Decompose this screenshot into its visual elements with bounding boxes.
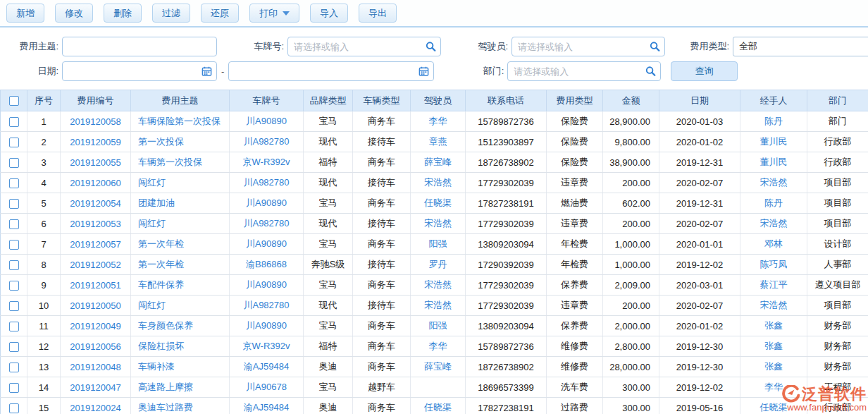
cell-code[interactable]: 2019120059	[61, 132, 131, 152]
cell-subject[interactable]: 车辆保险第一次投保	[131, 111, 230, 132]
cell-handler[interactable]: 宋浩然	[740, 173, 807, 193]
cell-plate[interactable]: 渝B86868	[230, 255, 304, 275]
column-header[interactable]: 经手人	[740, 90, 807, 111]
toolbar-button-print[interactable]: 打印	[249, 4, 299, 23]
cell-plate[interactable]: 川A90890	[230, 275, 304, 296]
cell-driver[interactable]: 任晓渠	[411, 193, 466, 214]
cell-driver[interactable]: 李华	[411, 336, 466, 357]
cell-subject[interactable]: 奥迪车过路费	[131, 398, 230, 414]
row-checkbox[interactable]	[9, 281, 19, 291]
select-all-checkbox[interactable]	[9, 96, 19, 106]
cell-plate[interactable]: 京W-R392v	[230, 336, 304, 357]
cell-driver[interactable]: 宋浩然	[411, 173, 466, 193]
row-checkbox[interactable]	[9, 158, 19, 168]
search-icon[interactable]	[650, 42, 660, 52]
cell-subject[interactable]: 闯红灯	[131, 296, 230, 316]
column-header[interactable]: 金额	[603, 90, 659, 111]
cell-subject[interactable]: 车配件保养	[131, 275, 230, 296]
cell-handler[interactable]: 宋浩然	[740, 296, 807, 316]
cell-driver[interactable]: 宋浩然	[411, 214, 466, 234]
row-checkbox[interactable]	[9, 199, 19, 209]
cell-subject[interactable]: 高速路上摩擦	[131, 377, 230, 398]
column-header[interactable]: 部门	[807, 90, 868, 111]
column-header[interactable]: 品牌类型	[304, 90, 353, 111]
cell-subject[interactable]: 团建加油	[131, 193, 230, 214]
cell-driver[interactable]: 阳强	[411, 316, 466, 336]
calendar-icon[interactable]	[418, 66, 429, 77]
cell-code[interactable]: 2019120050	[61, 296, 131, 316]
cell-code[interactable]: 2019120055	[61, 152, 131, 173]
fee-type-select[interactable]: 全部	[733, 37, 868, 56]
query-button[interactable]: 查询	[671, 61, 738, 81]
cell-driver[interactable]: 李华	[411, 111, 466, 132]
cell-handler[interactable]: 董川民	[740, 132, 807, 152]
cell-handler[interactable]: 陈巧凤	[740, 255, 807, 275]
column-header[interactable]: 联系电话	[466, 90, 547, 111]
row-checkbox[interactable]	[9, 383, 19, 393]
search-icon[interactable]	[645, 66, 656, 77]
row-checkbox[interactable]	[9, 322, 19, 331]
cell-code[interactable]: 2019120052	[61, 255, 131, 275]
column-header[interactable]: 驾驶员	[411, 90, 466, 111]
cell-plate[interactable]: 川A90890	[230, 193, 304, 214]
cell-handler[interactable]: 蔡江平	[740, 275, 807, 296]
cell-subject[interactable]: 保险杠损坏	[131, 336, 230, 357]
toolbar-button-add[interactable]: 新增	[6, 4, 44, 23]
toolbar-button-restore[interactable]: 还原	[201, 4, 239, 23]
cell-code[interactable]: 2019120047	[61, 377, 131, 398]
cell-subject[interactable]: 车辆补漆	[131, 357, 230, 377]
row-checkbox[interactable]	[9, 117, 19, 127]
cell-code[interactable]: 2019120056	[61, 336, 131, 357]
cell-code[interactable]: 2019120057	[61, 234, 131, 255]
cell-driver[interactable]: 任晓渠	[411, 398, 466, 414]
cell-handler[interactable]: 宋浩然	[740, 214, 807, 234]
cell-plate[interactable]: 川A90890	[230, 316, 304, 336]
row-checkbox[interactable]	[9, 138, 19, 147]
toolbar-button-delete[interactable]: 删除	[104, 4, 142, 23]
dept-input[interactable]	[507, 61, 661, 81]
cell-handler[interactable]: 张鑫	[740, 336, 807, 357]
cell-plate[interactable]: 京W-R392v	[230, 152, 304, 173]
row-checkbox[interactable]	[9, 363, 19, 372]
cell-subject[interactable]: 第一次年检	[131, 234, 230, 255]
cell-subject[interactable]: 闯红灯	[131, 214, 230, 234]
plate-input[interactable]	[287, 37, 441, 56]
cell-driver[interactable]	[411, 377, 466, 398]
cell-subject[interactable]: 闯红灯	[131, 173, 230, 193]
cell-driver[interactable]: 章燕	[411, 132, 466, 152]
cell-code[interactable]: 2019120053	[61, 214, 131, 234]
calendar-icon[interactable]	[202, 66, 212, 77]
cell-subject[interactable]: 车身颜色保养	[131, 316, 230, 336]
cell-driver[interactable]: 宋浩然	[411, 275, 466, 296]
row-checkbox[interactable]	[9, 301, 19, 311]
cell-handler[interactable]: 任晓渠	[740, 398, 807, 414]
cell-handler[interactable]: 陈丹	[740, 111, 807, 132]
cell-driver[interactable]: 薛宝峰	[411, 357, 466, 377]
toolbar-button-export[interactable]: 导出	[359, 4, 397, 23]
cell-code[interactable]: 2019120048	[61, 357, 131, 377]
cell-handler[interactable]: 董川民	[740, 152, 807, 173]
cell-subject[interactable]: 第一次年检	[131, 255, 230, 275]
cell-plate[interactable]: 渝AJ59484	[230, 357, 304, 377]
driver-input[interactable]	[512, 37, 665, 56]
row-checkbox[interactable]	[9, 178, 19, 188]
date-from-input[interactable]	[62, 61, 217, 81]
cell-plate[interactable]: 渝AJ59484	[230, 398, 304, 414]
cell-driver[interactable]: 阳强	[411, 234, 466, 255]
cell-code[interactable]: 2019120024	[61, 398, 131, 414]
cell-plate[interactable]: 川A90890	[230, 111, 304, 132]
toolbar-button-filter[interactable]: 过滤	[152, 4, 190, 23]
column-header[interactable]: 费用主题	[131, 90, 230, 111]
cell-driver[interactable]: 薛宝峰	[411, 152, 466, 173]
column-header[interactable]: 序号	[27, 90, 61, 111]
cell-code[interactable]: 2019120054	[61, 193, 131, 214]
cell-subject[interactable]: 第一次投保	[131, 132, 230, 152]
cell-code[interactable]: 2019120060	[61, 173, 131, 193]
row-checkbox[interactable]	[9, 219, 19, 229]
cell-handler[interactable]: 陈丹	[740, 193, 807, 214]
column-header[interactable]: 车辆类型	[353, 90, 411, 111]
cell-plate[interactable]: 川A982780	[230, 214, 304, 234]
cell-handler[interactable]: 邓林	[740, 234, 807, 255]
date-to-input[interactable]	[228, 61, 434, 81]
row-checkbox[interactable]	[9, 240, 19, 250]
